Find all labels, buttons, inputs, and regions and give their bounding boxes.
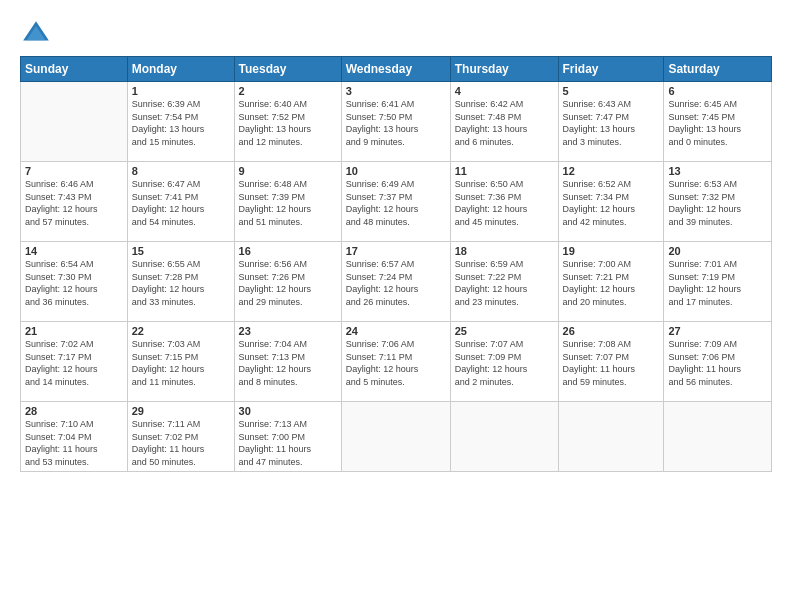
day-info-line: and 2 minutes.: [455, 376, 554, 389]
day-info-line: Daylight: 11 hours: [668, 363, 767, 376]
day-info-line: Sunset: 7:11 PM: [346, 351, 446, 364]
day-info-line: Sunrise: 6:47 AM: [132, 178, 230, 191]
day-info-line: Sunrise: 6:59 AM: [455, 258, 554, 271]
day-number: 26: [563, 325, 660, 337]
day-info-line: and 20 minutes.: [563, 296, 660, 309]
calendar-cell: 22Sunrise: 7:03 AMSunset: 7:15 PMDayligh…: [127, 322, 234, 402]
day-info-line: Sunset: 7:19 PM: [668, 271, 767, 284]
day-info-line: and 50 minutes.: [132, 456, 230, 469]
day-info-line: Daylight: 11 hours: [239, 443, 337, 456]
calendar-cell: 14Sunrise: 6:54 AMSunset: 7:30 PMDayligh…: [21, 242, 128, 322]
day-info-line: Sunrise: 6:56 AM: [239, 258, 337, 271]
calendar-header-row: SundayMondayTuesdayWednesdayThursdayFrid…: [21, 57, 772, 82]
day-info-line: Daylight: 12 hours: [346, 283, 446, 296]
day-info-line: Daylight: 13 hours: [563, 123, 660, 136]
day-info-line: Daylight: 12 hours: [346, 363, 446, 376]
day-info-line: Sunrise: 6:49 AM: [346, 178, 446, 191]
day-info-line: and 14 minutes.: [25, 376, 123, 389]
day-number: 11: [455, 165, 554, 177]
weekday-header-wednesday: Wednesday: [341, 57, 450, 82]
day-number: 22: [132, 325, 230, 337]
day-info-line: Daylight: 12 hours: [668, 283, 767, 296]
day-info-line: Sunrise: 7:07 AM: [455, 338, 554, 351]
day-info-line: Sunset: 7:48 PM: [455, 111, 554, 124]
day-info-line: Sunrise: 6:55 AM: [132, 258, 230, 271]
day-info-line: and 59 minutes.: [563, 376, 660, 389]
day-info-line: Daylight: 12 hours: [25, 363, 123, 376]
day-info-line: Sunset: 7:06 PM: [668, 351, 767, 364]
day-info-line: Sunrise: 6:45 AM: [668, 98, 767, 111]
day-number: 29: [132, 405, 230, 417]
day-info-line: Sunset: 7:09 PM: [455, 351, 554, 364]
calendar-cell: 26Sunrise: 7:08 AMSunset: 7:07 PMDayligh…: [558, 322, 664, 402]
day-info-line: Sunrise: 6:48 AM: [239, 178, 337, 191]
day-info-line: Sunrise: 7:01 AM: [668, 258, 767, 271]
day-info-line: and 42 minutes.: [563, 216, 660, 229]
calendar-week-row: 1Sunrise: 6:39 AMSunset: 7:54 PMDaylight…: [21, 82, 772, 162]
day-info-line: Sunset: 7:34 PM: [563, 191, 660, 204]
day-info-line: and 3 minutes.: [563, 136, 660, 149]
weekday-header-friday: Friday: [558, 57, 664, 82]
day-number: 5: [563, 85, 660, 97]
day-number: 30: [239, 405, 337, 417]
day-info-line: Sunrise: 7:10 AM: [25, 418, 123, 431]
calendar-cell: 7Sunrise: 6:46 AMSunset: 7:43 PMDaylight…: [21, 162, 128, 242]
day-number: 3: [346, 85, 446, 97]
day-info-line: Sunset: 7:54 PM: [132, 111, 230, 124]
day-info-line: Sunrise: 6:53 AM: [668, 178, 767, 191]
day-info-line: Sunset: 7:07 PM: [563, 351, 660, 364]
day-info-line: Sunset: 7:45 PM: [668, 111, 767, 124]
day-info-line: Daylight: 12 hours: [132, 203, 230, 216]
day-info-line: Sunset: 7:37 PM: [346, 191, 446, 204]
day-info-line: Sunset: 7:17 PM: [25, 351, 123, 364]
day-number: 20: [668, 245, 767, 257]
day-info-line: Daylight: 12 hours: [455, 363, 554, 376]
day-info-line: and 26 minutes.: [346, 296, 446, 309]
day-info-line: Daylight: 11 hours: [25, 443, 123, 456]
calendar-cell: 28Sunrise: 7:10 AMSunset: 7:04 PMDayligh…: [21, 402, 128, 472]
day-info-line: and 47 minutes.: [239, 456, 337, 469]
day-info-line: and 23 minutes.: [455, 296, 554, 309]
day-info-line: Sunset: 7:02 PM: [132, 431, 230, 444]
day-info-line: Daylight: 12 hours: [668, 203, 767, 216]
day-number: 27: [668, 325, 767, 337]
day-info-line: Sunset: 7:47 PM: [563, 111, 660, 124]
day-info-line: Sunset: 7:30 PM: [25, 271, 123, 284]
day-info-line: and 36 minutes.: [25, 296, 123, 309]
day-info-line: Daylight: 13 hours: [455, 123, 554, 136]
day-info-line: Daylight: 12 hours: [239, 283, 337, 296]
day-number: 25: [455, 325, 554, 337]
day-info-line: Sunrise: 7:00 AM: [563, 258, 660, 271]
weekday-header-saturday: Saturday: [664, 57, 772, 82]
calendar-cell: 12Sunrise: 6:52 AMSunset: 7:34 PMDayligh…: [558, 162, 664, 242]
day-number: 19: [563, 245, 660, 257]
day-number: 23: [239, 325, 337, 337]
day-number: 17: [346, 245, 446, 257]
day-info-line: Sunrise: 7:08 AM: [563, 338, 660, 351]
calendar-cell: 8Sunrise: 6:47 AMSunset: 7:41 PMDaylight…: [127, 162, 234, 242]
calendar-cell: 4Sunrise: 6:42 AMSunset: 7:48 PMDaylight…: [450, 82, 558, 162]
calendar-week-row: 21Sunrise: 7:02 AMSunset: 7:17 PMDayligh…: [21, 322, 772, 402]
day-number: 15: [132, 245, 230, 257]
day-info-line: and 39 minutes.: [668, 216, 767, 229]
day-info-line: and 11 minutes.: [132, 376, 230, 389]
page: SundayMondayTuesdayWednesdayThursdayFrid…: [0, 0, 792, 612]
day-info-line: Daylight: 12 hours: [25, 283, 123, 296]
calendar-cell: 27Sunrise: 7:09 AMSunset: 7:06 PMDayligh…: [664, 322, 772, 402]
day-info-line: Sunrise: 7:02 AM: [25, 338, 123, 351]
day-info-line: and 6 minutes.: [455, 136, 554, 149]
calendar-cell: 6Sunrise: 6:45 AMSunset: 7:45 PMDaylight…: [664, 82, 772, 162]
weekday-header-tuesday: Tuesday: [234, 57, 341, 82]
day-info-line: and 15 minutes.: [132, 136, 230, 149]
day-info-line: and 0 minutes.: [668, 136, 767, 149]
calendar-cell: 20Sunrise: 7:01 AMSunset: 7:19 PMDayligh…: [664, 242, 772, 322]
day-info-line: Sunrise: 7:06 AM: [346, 338, 446, 351]
day-info-line: Sunset: 7:52 PM: [239, 111, 337, 124]
day-info-line: and 45 minutes.: [455, 216, 554, 229]
day-number: 10: [346, 165, 446, 177]
day-info-line: and 48 minutes.: [346, 216, 446, 229]
day-info-line: Sunrise: 6:52 AM: [563, 178, 660, 191]
calendar-cell: 30Sunrise: 7:13 AMSunset: 7:00 PMDayligh…: [234, 402, 341, 472]
calendar-cell: 13Sunrise: 6:53 AMSunset: 7:32 PMDayligh…: [664, 162, 772, 242]
day-info-line: Sunrise: 6:57 AM: [346, 258, 446, 271]
